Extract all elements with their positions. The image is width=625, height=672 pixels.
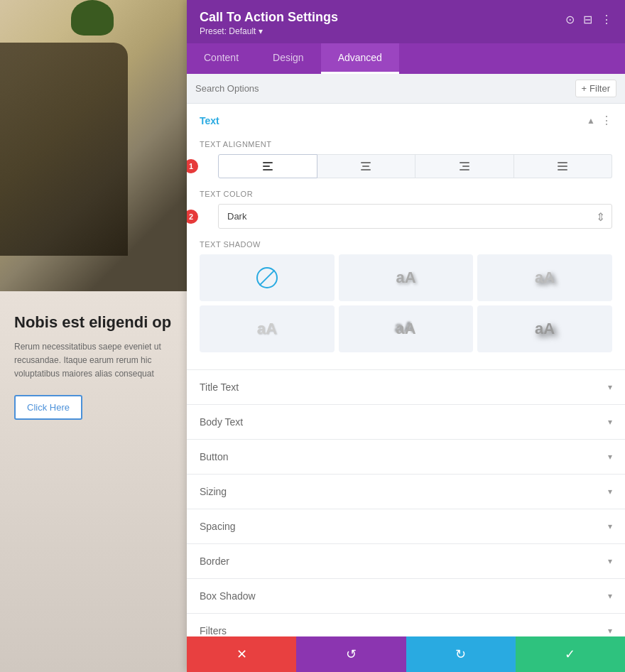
- section-button-label: Button: [200, 451, 228, 462]
- cancel-icon: ✕: [237, 646, 247, 662]
- focus-icon[interactable]: ⊙: [565, 13, 575, 26]
- section-filters-chevron: ▾: [608, 626, 612, 636]
- align-line: [462, 166, 469, 167]
- filter-label: Filter: [589, 83, 610, 94]
- color-select-wrapper: Dark Light ⇕: [218, 204, 612, 229]
- section-filters-label: Filters: [200, 625, 227, 636]
- text-section-header[interactable]: Text ▲ ⋮: [187, 104, 625, 137]
- text-section-chevron-up[interactable]: ▲: [587, 116, 595, 126]
- tab-content[interactable]: Content: [187, 43, 256, 74]
- content-preview: Nobis est eligendi op Rerum necessitatib…: [0, 298, 187, 434]
- panel-body[interactable]: Text ▲ ⋮ Text Alignment 1: [187, 104, 625, 636]
- text-section-content: Text Alignment 1: [187, 140, 625, 369]
- shadow-text-4: aA: [396, 320, 415, 338]
- align-line: [460, 169, 469, 170]
- shadow-text-1: aA: [396, 269, 415, 287]
- alignment-wrapper: 1: [200, 154, 612, 178]
- more-options-icon[interactable]: ⋮: [601, 13, 612, 26]
- tab-advanced[interactable]: Advanced: [321, 43, 399, 74]
- section-box-shadow-chevron: ▾: [608, 591, 612, 601]
- shadow-option-none[interactable]: [200, 254, 335, 301]
- step-badge-1: 1: [187, 159, 198, 173]
- section-border[interactable]: Border ▾: [187, 544, 625, 579]
- shadow-option-1[interactable]: aA: [339, 254, 474, 301]
- align-line: [460, 162, 469, 163]
- section-border-chevron: ▾: [608, 556, 612, 566]
- shadow-grid: aA aA aA aA aA: [200, 254, 612, 352]
- save-button[interactable]: ✓: [516, 636, 625, 672]
- preview-text: Rerum necessitatibus saepe eveniet ut re…: [14, 340, 173, 381]
- layout-icon[interactable]: ⊟: [583, 13, 592, 26]
- section-spacing-label: Spacing: [200, 521, 236, 532]
- align-line: [362, 166, 369, 167]
- filter-button[interactable]: + Filter: [575, 80, 616, 97]
- section-title-text[interactable]: Title Text ▾: [187, 370, 625, 405]
- section-spacing-chevron: ▾: [608, 521, 612, 531]
- step-badge-2: 2: [187, 210, 198, 224]
- panel-footer: ✕ ↺ ↻ ✓: [187, 636, 625, 672]
- preset-arrow: ▾: [259, 26, 263, 36]
- section-sizing-label: Sizing: [200, 486, 227, 497]
- text-section-icons: ▲ ⋮: [587, 114, 612, 127]
- save-icon: ✓: [565, 646, 575, 662]
- section-button[interactable]: Button ▾: [187, 440, 625, 475]
- panel-tabs: Content Design Advanced: [187, 43, 625, 74]
- align-center-lines: [361, 162, 371, 170]
- shadow-option-3[interactable]: aA: [200, 305, 335, 352]
- shadow-option-5[interactable]: aA: [477, 305, 612, 352]
- section-box-shadow-label: Box Shadow: [200, 590, 256, 602]
- tab-design[interactable]: Design: [256, 43, 321, 74]
- search-bar: + Filter: [187, 74, 625, 104]
- shadow-text-2: aA: [535, 269, 555, 287]
- panel-header-icons: ⊙ ⊟ ⋮: [565, 13, 612, 26]
- align-left-btn[interactable]: [218, 154, 317, 178]
- align-center-btn[interactable]: [317, 154, 416, 178]
- text-section-more[interactable]: ⋮: [601, 114, 612, 127]
- shadow-none-icon: [256, 267, 278, 288]
- color-wrapper: 2 Dark Light ⇕: [200, 204, 612, 229]
- filter-plus: +: [582, 83, 587, 94]
- alignment-row: [218, 154, 612, 178]
- shadow-option-2[interactable]: aA: [477, 254, 612, 301]
- shadow-text-3: aA: [257, 320, 277, 338]
- search-input[interactable]: [195, 83, 575, 94]
- align-line: [558, 162, 567, 163]
- align-left-lines: [263, 162, 273, 170]
- cancel-button[interactable]: ✕: [187, 636, 296, 672]
- align-line: [361, 169, 371, 170]
- redo-button[interactable]: ↻: [406, 636, 516, 672]
- panel-title: Call To Action Settings: [200, 10, 338, 25]
- align-justify-lines: [558, 162, 567, 170]
- section-sizing-chevron: ▾: [608, 487, 612, 497]
- color-label: Text Color: [200, 190, 612, 198]
- align-right-btn[interactable]: [415, 154, 514, 178]
- section-filters[interactable]: Filters ▾: [187, 614, 625, 636]
- section-body-text-label: Body Text: [200, 416, 243, 428]
- align-line: [263, 166, 270, 167]
- align-right-lines: [460, 162, 469, 170]
- shadow-option-4[interactable]: aA: [339, 305, 474, 352]
- section-body-text[interactable]: Body Text ▾: [187, 405, 625, 440]
- undo-icon: ↺: [346, 646, 357, 662]
- section-sizing[interactable]: Sizing ▾: [187, 475, 625, 509]
- panel-title-area: Call To Action Settings Preset: Default …: [200, 10, 338, 36]
- undo-button[interactable]: ↺: [296, 636, 406, 672]
- section-spacing[interactable]: Spacing ▾: [187, 509, 625, 544]
- align-line: [361, 162, 371, 163]
- section-title-text-chevron: ▾: [608, 382, 612, 392]
- panel-preset: Preset: Default ▾: [200, 26, 338, 36]
- settings-panel: Call To Action Settings Preset: Default …: [187, 0, 625, 672]
- align-line: [263, 162, 273, 163]
- section-box-shadow[interactable]: Box Shadow ▾: [187, 579, 625, 614]
- section-border-label: Border: [200, 556, 229, 567]
- shadow-text-5: aA: [535, 320, 555, 338]
- text-section: Text ▲ ⋮ Text Alignment 1: [187, 104, 625, 370]
- preview-button: Click Here: [14, 395, 82, 420]
- preview-title: Nobis est eligendi op: [14, 313, 173, 333]
- preset-value: Default: [229, 26, 256, 36]
- preset-label: Preset:: [200, 26, 227, 36]
- text-color-select[interactable]: Dark Light: [218, 204, 612, 229]
- section-title-text-label: Title Text: [200, 381, 239, 393]
- align-justify-btn[interactable]: [514, 154, 613, 178]
- redo-icon: ↻: [455, 646, 466, 662]
